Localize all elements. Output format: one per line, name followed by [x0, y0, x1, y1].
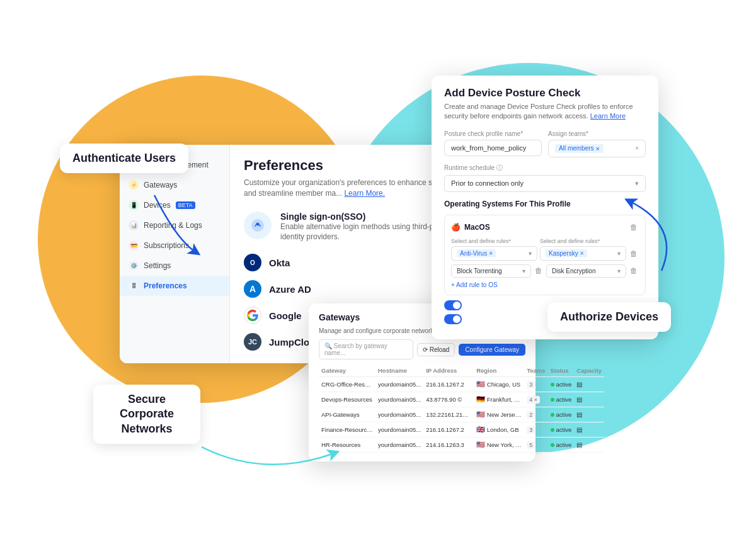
rule-group-1: Select and define rules* Anti-Virus × ▾: [451, 238, 537, 261]
cell-teams-3: 3: [524, 422, 547, 438]
provider-azure[interactable]: A Azure AD: [244, 280, 459, 298]
secure-networks-label: Secure Corporate Networks: [93, 385, 200, 444]
cell-ip-3: 216.16.1267.2: [423, 422, 474, 438]
rule-row-1: Select and define rules* Anti-Virus × ▾ …: [451, 238, 639, 261]
rule-select-block-torrenting[interactable]: Block Torrenting ▾: [451, 264, 531, 278]
table-row[interactable]: Finance-Resources yourdomain05... 216.16…: [319, 422, 604, 438]
cell-ip-2: 132.22161.210 ©: [423, 407, 474, 422]
device-learn-more[interactable]: Learn More: [590, 112, 626, 120]
device-panel-title: Add Device Posture Check: [444, 87, 646, 99]
table-row[interactable]: Devops-Resources yourdomain05... 43.8776…: [319, 392, 604, 407]
svg-point-1: [256, 222, 260, 225]
table-row[interactable]: API-Gateways yourdomain05... 132.22161.2…: [319, 407, 604, 422]
cell-region-4: 🇺🇸 New York, US: [474, 438, 524, 453]
sso-icon: [244, 212, 272, 239]
col-capacity: Capacity: [574, 365, 604, 377]
os-section-title: Operating Systems For This Profile: [444, 200, 646, 208]
col-region: Region: [474, 365, 524, 377]
profile-name-input[interactable]: work_from_home_policy: [444, 140, 542, 156]
assign-team-label: Assign teams*: [548, 130, 646, 137]
gateway-icon: ⚡: [129, 180, 139, 190]
toggle-switch-1[interactable]: [444, 300, 462, 310]
preferences-subtitle: Customize your organization's preference…: [244, 178, 459, 199]
sidebar-item-preferences[interactable]: 🎛 Preferences: [120, 276, 229, 296]
cell-region-2: 🇺🇸 New Jersey, US: [474, 407, 524, 422]
cell-capacity-3: ▤: [574, 422, 604, 438]
preferences-title: Preferences: [244, 157, 459, 174]
table-row[interactable]: HR-Resources yourdomain05... 214.16.1263…: [319, 438, 604, 453]
device-icon: 📱: [129, 200, 139, 210]
col-ip: IP Address: [423, 365, 474, 377]
learn-more-link[interactable]: Learn More.: [344, 189, 385, 198]
remove-tag[interactable]: ×: [596, 145, 600, 152]
reporting-icon: 📊: [129, 220, 139, 230]
delete-rule-1[interactable]: 🗑: [629, 248, 639, 259]
add-rule-btn[interactable]: + Add rule to OS: [451, 281, 639, 288]
gw-search-input[interactable]: 🔍 Search by gateway name...: [319, 339, 413, 359]
cell-ip-0: 216.16.1267.2: [423, 377, 474, 392]
form-group-runtime: Runtime schedule ⓘ Prior to connection o…: [444, 164, 646, 192]
cell-capacity-0: ▤: [574, 377, 604, 392]
sidebar-item-gateways[interactable]: ⚡ Gateways: [120, 175, 229, 195]
sidebar-item-subscriptions[interactable]: 💳 Subscriptions: [120, 235, 229, 256]
cell-gateway-1: Devops-Resources: [319, 392, 375, 407]
settings-icon: ⚙️: [129, 261, 139, 271]
cell-gateway-4: HR-Resources: [319, 438, 375, 453]
rule-select-disk-encryption[interactable]: Disk Encryption ▾: [546, 264, 626, 278]
gateways-table: Gateway Hostname IP Address Region Teams…: [319, 365, 604, 453]
cell-teams-1: 4 ×: [524, 392, 547, 407]
profile-name-label: Posture check profile name*: [444, 130, 542, 137]
runtime-input[interactable]: Prior to connection only ▾: [444, 175, 646, 192]
rule-label-2: Select and define rules*: [540, 238, 626, 244]
form-group-assign-team: Assign teams* All members × ×: [548, 130, 646, 157]
rule-select-kaspersky[interactable]: Kaspersky × ▾: [540, 246, 626, 261]
delete-rule-2a[interactable]: 🗑: [534, 265, 544, 276]
azure-logo: A: [244, 280, 261, 298]
gateways-actions: 🔍 Search by gateway name... ⟳ Reload Con…: [319, 339, 525, 359]
table-header-row: Gateway Hostname IP Address Region Teams…: [319, 365, 604, 377]
cell-region-1: 🇩🇪 Frankfurt, DE: [474, 392, 524, 407]
create-gateway-button[interactable]: Configure Gateway: [459, 344, 525, 356]
cell-region-3: 🇬🇧 London, GB: [474, 422, 524, 438]
preferences-sidebar: 👥 Team Management ⚡ Gateways 📱 Devices B…: [120, 145, 230, 363]
all-members-tag: All members ×: [555, 144, 604, 153]
rule-label-1: Select and define rules*: [451, 238, 537, 244]
cell-capacity-1: ▤: [574, 392, 604, 407]
sidebar-item-reporting[interactable]: 📊 Reporting & Logs: [120, 215, 229, 235]
authenticate-users-label: Authenticate Users: [60, 144, 188, 173]
runtime-label: Runtime schedule ⓘ: [444, 164, 646, 172]
toggle-switch-2[interactable]: [444, 314, 462, 324]
col-gateway: Gateway: [319, 365, 375, 377]
prefs-icon: 🎛: [129, 281, 139, 291]
sso-section: Single sign-on(SSO) Enable alternative l…: [244, 212, 459, 243]
google-logo: [244, 307, 261, 324]
form-group-profile-name: Posture check profile name* work_from_ho…: [444, 130, 542, 157]
okta-logo: O: [244, 254, 261, 271]
col-status: Status: [548, 365, 575, 377]
cell-capacity-4: ▤: [574, 438, 604, 453]
cell-gateway-0: CRG-Office-Resources: [319, 377, 375, 392]
rule-row-2: Block Torrenting ▾ 🗑 Disk Encryption ▾ 🗑: [451, 264, 639, 278]
sidebar-item-settings[interactable]: ⚙️ Settings: [120, 256, 229, 276]
cell-hostname-4: yourdomain05...: [375, 438, 423, 453]
assign-team-input[interactable]: All members × ×: [548, 140, 646, 157]
reload-button[interactable]: ⟳ Reload: [417, 343, 455, 356]
os-header: 🍎 MacOS 🗑: [451, 222, 639, 233]
os-name: 🍎 MacOS: [451, 223, 490, 232]
rule-select-antivirus[interactable]: Anti-Virus × ▾: [451, 246, 537, 261]
device-panel-desc: Create and manage Device Posture Check p…: [444, 102, 646, 122]
cell-status-0: active: [548, 377, 575, 392]
cell-status-1: active: [548, 392, 575, 407]
delete-os-btn[interactable]: 🗑: [629, 222, 639, 233]
cell-teams-0: 3: [524, 377, 547, 392]
cell-hostname-3: yourdomain05...: [375, 422, 423, 438]
cloud-sso-icon: [250, 218, 265, 233]
delete-rule-2b[interactable]: 🗑: [629, 265, 639, 276]
device-posture-panel: Add Device Posture Check Create and mana…: [432, 76, 658, 339]
cell-teams-4: 5: [524, 438, 547, 453]
table-row[interactable]: CRG-Office-Resources yourdomain05... 216…: [319, 377, 604, 392]
provider-okta[interactable]: O Okta: [244, 254, 459, 271]
sidebar-item-devices[interactable]: 📱 Devices BETA: [120, 195, 229, 215]
os-section-macos: 🍎 MacOS 🗑 Select and define rules* Anti-…: [444, 215, 646, 295]
cell-gateway-3: Finance-Resources: [319, 422, 375, 438]
